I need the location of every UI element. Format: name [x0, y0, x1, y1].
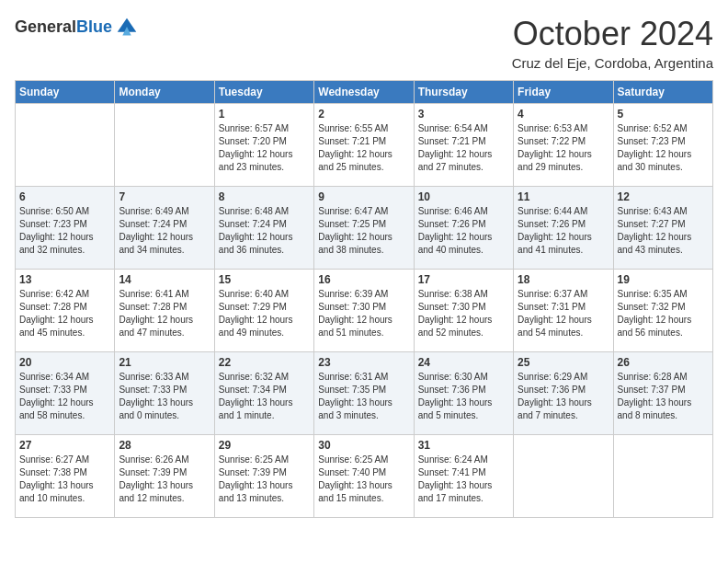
day-info: Sunrise: 6:30 AMSunset: 7:36 PMDaylight:…	[418, 371, 509, 422]
day-cell: 25Sunrise: 6:29 AMSunset: 7:36 PMDayligh…	[514, 352, 613, 435]
day-info: Sunrise: 6:50 AMSunset: 7:23 PMDaylight:…	[19, 205, 110, 257]
day-info: Sunrise: 6:25 AMSunset: 7:40 PMDaylight:…	[318, 454, 409, 505]
calendar-table: SundayMondayTuesdayWednesdayThursdayFrid…	[15, 80, 713, 518]
logo: GeneralBlue	[15, 15, 140, 40]
day-number: 17	[418, 273, 509, 286]
day-cell	[16, 104, 115, 187]
day-cell: 22Sunrise: 6:32 AMSunset: 7:34 PMDayligh…	[214, 352, 313, 435]
day-cell: 6Sunrise: 6:50 AMSunset: 7:23 PMDaylight…	[16, 187, 115, 270]
day-number: 26	[618, 356, 709, 369]
day-cell: 9Sunrise: 6:47 AMSunset: 7:25 PMDaylight…	[314, 187, 414, 270]
day-number: 27	[19, 439, 110, 452]
day-info: Sunrise: 6:47 AMSunset: 7:25 PMDaylight:…	[318, 205, 409, 257]
day-number: 1	[219, 108, 310, 121]
day-number: 13	[19, 273, 110, 286]
day-cell	[613, 435, 712, 518]
day-number: 20	[19, 356, 110, 369]
day-cell: 4Sunrise: 6:53 AMSunset: 7:22 PMDaylight…	[514, 104, 613, 187]
day-info: Sunrise: 6:38 AMSunset: 7:30 PMDaylight:…	[418, 288, 509, 339]
day-cell: 30Sunrise: 6:25 AMSunset: 7:40 PMDayligh…	[314, 435, 414, 518]
col-header-thursday: Thursday	[414, 81, 513, 104]
day-info: Sunrise: 6:48 AMSunset: 7:24 PMDaylight:…	[219, 205, 310, 257]
day-info: Sunrise: 6:32 AMSunset: 7:34 PMDaylight:…	[219, 371, 310, 422]
day-number: 24	[418, 356, 509, 369]
day-info: Sunrise: 6:53 AMSunset: 7:22 PMDaylight:…	[518, 122, 609, 174]
day-number: 22	[219, 356, 310, 369]
day-cell: 8Sunrise: 6:48 AMSunset: 7:24 PMDaylight…	[214, 187, 313, 270]
logo-blue-text: Blue	[76, 17, 112, 36]
day-number: 31	[418, 439, 509, 452]
day-number: 19	[618, 273, 709, 286]
week-row-1: 1Sunrise: 6:57 AMSunset: 7:20 PMDaylight…	[16, 104, 713, 187]
day-info: Sunrise: 6:33 AMSunset: 7:33 PMDaylight:…	[119, 371, 210, 422]
day-number: 7	[119, 190, 210, 203]
day-number: 11	[518, 190, 609, 203]
month-title: October 2024	[512, 15, 713, 53]
day-cell: 17Sunrise: 6:38 AMSunset: 7:30 PMDayligh…	[414, 270, 513, 352]
day-info: Sunrise: 6:26 AMSunset: 7:39 PMDaylight:…	[119, 454, 210, 505]
day-cell: 5Sunrise: 6:52 AMSunset: 7:23 PMDaylight…	[613, 104, 712, 187]
day-info: Sunrise: 6:29 AMSunset: 7:36 PMDaylight:…	[518, 371, 609, 422]
day-cell: 21Sunrise: 6:33 AMSunset: 7:33 PMDayligh…	[115, 352, 214, 435]
col-header-sunday: Sunday	[16, 81, 115, 104]
week-row-5: 27Sunrise: 6:27 AMSunset: 7:38 PMDayligh…	[16, 435, 713, 518]
day-cell: 26Sunrise: 6:28 AMSunset: 7:37 PMDayligh…	[613, 352, 712, 435]
col-header-wednesday: Wednesday	[314, 81, 414, 104]
day-cell: 7Sunrise: 6:49 AMSunset: 7:24 PMDaylight…	[115, 187, 214, 270]
day-cell: 28Sunrise: 6:26 AMSunset: 7:39 PMDayligh…	[115, 435, 214, 518]
day-number: 30	[318, 439, 409, 452]
logo-general-text: General	[15, 17, 76, 36]
day-number: 15	[219, 273, 310, 286]
day-cell: 27Sunrise: 6:27 AMSunset: 7:38 PMDayligh…	[16, 435, 115, 518]
day-number: 29	[219, 439, 310, 452]
day-number: 14	[119, 273, 210, 286]
day-cell: 13Sunrise: 6:42 AMSunset: 7:28 PMDayligh…	[16, 270, 115, 352]
day-number: 8	[219, 190, 310, 203]
day-info: Sunrise: 6:24 AMSunset: 7:41 PMDaylight:…	[418, 454, 509, 505]
week-row-3: 13Sunrise: 6:42 AMSunset: 7:28 PMDayligh…	[16, 270, 713, 352]
day-info: Sunrise: 6:25 AMSunset: 7:39 PMDaylight:…	[219, 454, 310, 505]
day-info: Sunrise: 6:35 AMSunset: 7:32 PMDaylight:…	[618, 288, 709, 339]
day-number: 4	[518, 108, 609, 121]
header: GeneralBlue October 2024 Cruz del Eje, C…	[15, 15, 713, 71]
day-info: Sunrise: 6:34 AMSunset: 7:33 PMDaylight:…	[19, 371, 110, 422]
day-info: Sunrise: 6:49 AMSunset: 7:24 PMDaylight:…	[119, 205, 210, 257]
day-cell: 24Sunrise: 6:30 AMSunset: 7:36 PMDayligh…	[414, 352, 513, 435]
day-number: 23	[318, 356, 409, 369]
day-number: 9	[318, 190, 409, 203]
day-info: Sunrise: 6:27 AMSunset: 7:38 PMDaylight:…	[19, 454, 110, 505]
day-cell: 3Sunrise: 6:54 AMSunset: 7:21 PMDaylight…	[414, 104, 513, 187]
day-number: 12	[618, 190, 709, 203]
day-cell: 1Sunrise: 6:57 AMSunset: 7:20 PMDaylight…	[214, 104, 313, 187]
week-row-2: 6Sunrise: 6:50 AMSunset: 7:23 PMDaylight…	[16, 187, 713, 270]
day-cell: 18Sunrise: 6:37 AMSunset: 7:31 PMDayligh…	[514, 270, 613, 352]
day-number: 6	[19, 190, 110, 203]
day-cell: 20Sunrise: 6:34 AMSunset: 7:33 PMDayligh…	[16, 352, 115, 435]
logo-icon	[114, 15, 140, 40]
day-cell: 11Sunrise: 6:44 AMSunset: 7:26 PMDayligh…	[514, 187, 613, 270]
day-info: Sunrise: 6:44 AMSunset: 7:26 PMDaylight:…	[518, 205, 609, 257]
day-info: Sunrise: 6:39 AMSunset: 7:30 PMDaylight:…	[318, 288, 409, 339]
day-number: 10	[418, 190, 509, 203]
day-info: Sunrise: 6:40 AMSunset: 7:29 PMDaylight:…	[219, 288, 310, 339]
day-cell: 23Sunrise: 6:31 AMSunset: 7:35 PMDayligh…	[314, 352, 414, 435]
title-block: October 2024 Cruz del Eje, Cordoba, Arge…	[512, 15, 713, 71]
day-info: Sunrise: 6:55 AMSunset: 7:21 PMDaylight:…	[318, 122, 409, 174]
day-info: Sunrise: 6:31 AMSunset: 7:35 PMDaylight:…	[318, 371, 409, 422]
day-cell: 31Sunrise: 6:24 AMSunset: 7:41 PMDayligh…	[414, 435, 513, 518]
col-header-tuesday: Tuesday	[214, 81, 313, 104]
col-header-monday: Monday	[115, 81, 214, 104]
day-info: Sunrise: 6:37 AMSunset: 7:31 PMDaylight:…	[518, 288, 609, 339]
day-cell: 19Sunrise: 6:35 AMSunset: 7:32 PMDayligh…	[613, 270, 712, 352]
day-number: 3	[418, 108, 509, 121]
day-number: 5	[618, 108, 709, 121]
day-number: 21	[119, 356, 210, 369]
day-cell: 29Sunrise: 6:25 AMSunset: 7:39 PMDayligh…	[214, 435, 313, 518]
calendar-container: GeneralBlue October 2024 Cruz del Eje, C…	[0, 0, 728, 527]
day-info: Sunrise: 6:28 AMSunset: 7:37 PMDaylight:…	[618, 371, 709, 422]
day-info: Sunrise: 6:54 AMSunset: 7:21 PMDaylight:…	[418, 122, 509, 174]
day-info: Sunrise: 6:42 AMSunset: 7:28 PMDaylight:…	[19, 288, 110, 339]
day-info: Sunrise: 6:57 AMSunset: 7:20 PMDaylight:…	[219, 122, 310, 174]
day-cell: 14Sunrise: 6:41 AMSunset: 7:28 PMDayligh…	[115, 270, 214, 352]
day-number: 18	[518, 273, 609, 286]
